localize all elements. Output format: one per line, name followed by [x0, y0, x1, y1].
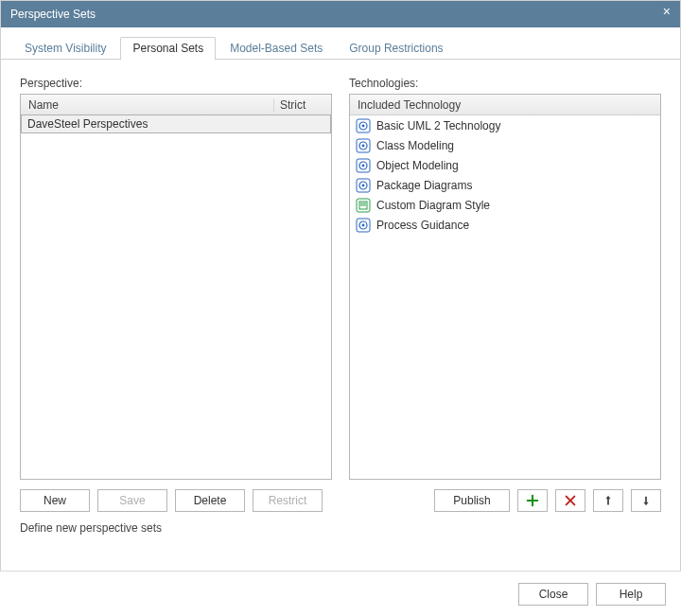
technology-row-label: Object Modeling: [376, 159, 459, 172]
technologies-panel: Technologies: Included Technology Basic …: [349, 77, 661, 535]
perspective-listbox[interactable]: Name Strict DaveSteel Perspectives: [20, 94, 332, 480]
technology-row[interactable]: Class Modeling: [350, 135, 660, 155]
perspective-row[interactable]: DaveSteel Perspectives: [21, 114, 331, 133]
gear-icon: [356, 218, 371, 233]
svg-point-18: [362, 223, 365, 226]
technology-row[interactable]: Object Modeling: [350, 155, 660, 175]
titlebar: Perspective Sets ×: [1, 1, 680, 27]
technology-row-label: Basic UML 2 Technology: [376, 119, 500, 132]
svg-point-11: [362, 184, 365, 186]
tab-system-visibility[interactable]: System Visibility: [12, 37, 118, 60]
technology-row-label: Custom Diagram Style: [376, 199, 490, 212]
remove-technology-button[interactable]: [555, 489, 585, 512]
column-header-included-technology[interactable]: Included Technology: [350, 98, 660, 112]
gear-icon: [356, 158, 371, 173]
technology-row-label: Process Guidance: [376, 219, 469, 232]
tab-personal-sets[interactable]: Personal Sets: [120, 37, 216, 60]
svg-point-2: [362, 124, 365, 127]
tab-strip: System Visibility Personal Sets Model-Ba…: [1, 27, 680, 60]
gear-icon: [356, 178, 371, 193]
svg-point-5: [362, 144, 365, 147]
technologies-listbox[interactable]: Included Technology Basic UML 2 Technolo…: [349, 94, 661, 480]
content-area: Perspective: Name Strict DaveSteel Persp…: [1, 60, 680, 544]
tab-group-restrictions[interactable]: Group Restrictions: [337, 37, 455, 60]
perspective-label: Perspective:: [20, 77, 332, 90]
new-button[interactable]: New: [20, 489, 90, 512]
perspective-column-headers: Name Strict: [21, 95, 331, 115]
plus-icon: [526, 494, 539, 507]
perspective-button-row: New Save Delete Restrict: [20, 489, 332, 512]
technology-row[interactable]: Process Guidance: [350, 215, 660, 235]
svg-point-8: [362, 164, 365, 167]
gear-icon: [356, 118, 371, 133]
tab-model-based-sets[interactable]: Model-Based Sets: [218, 37, 335, 60]
technology-row[interactable]: Basic UML 2 Technology: [350, 115, 660, 135]
technology-row-label: Class Modeling: [376, 139, 454, 152]
move-down-button[interactable]: [631, 489, 661, 512]
document-icon: [356, 198, 371, 213]
technology-row-label: Package Diagrams: [376, 179, 472, 192]
help-button[interactable]: Help: [596, 583, 666, 606]
x-icon: [564, 494, 577, 507]
gear-icon: [356, 138, 371, 153]
technology-row[interactable]: Custom Diagram Style: [350, 195, 660, 215]
perspective-row-name: DaveSteel Perspectives: [27, 117, 148, 131]
dialog-footer: Close Help: [0, 571, 681, 616]
technologies-button-row: Publish: [349, 489, 661, 512]
close-button[interactable]: Close: [518, 583, 588, 606]
column-header-name[interactable]: Name: [21, 98, 274, 112]
technologies-label: Technologies:: [349, 77, 661, 90]
hand-up-icon: [602, 494, 615, 507]
add-technology-button[interactable]: [517, 489, 548, 512]
status-text: Define new perspective sets: [20, 521, 332, 535]
technology-row[interactable]: Package Diagrams: [350, 175, 660, 195]
window-title: Perspective Sets: [10, 8, 96, 21]
save-button[interactable]: Save: [97, 489, 167, 512]
publish-button[interactable]: Publish: [434, 489, 510, 512]
close-icon[interactable]: ×: [663, 5, 671, 18]
column-header-strict[interactable]: Strict: [274, 98, 331, 112]
restrict-button[interactable]: Restrict: [253, 489, 323, 512]
delete-button[interactable]: Delete: [175, 489, 245, 512]
hand-down-icon: [639, 494, 653, 507]
move-up-button[interactable]: [593, 489, 623, 512]
technologies-column-headers: Included Technology: [350, 95, 660, 115]
perspective-panel: Perspective: Name Strict DaveSteel Persp…: [20, 77, 332, 535]
